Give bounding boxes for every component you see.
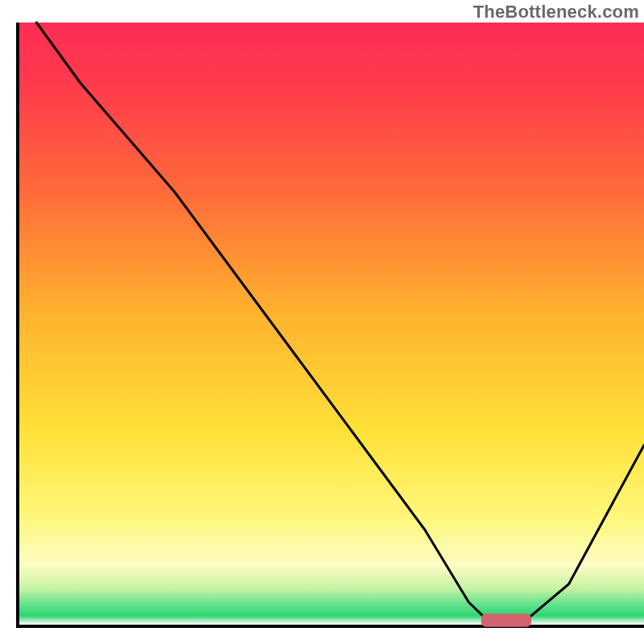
plot-background xyxy=(19,23,644,625)
optimal-range-marker xyxy=(481,613,531,627)
bottleneck-chart xyxy=(0,0,644,644)
chart-container: TheBottleneck.com xyxy=(0,0,644,644)
